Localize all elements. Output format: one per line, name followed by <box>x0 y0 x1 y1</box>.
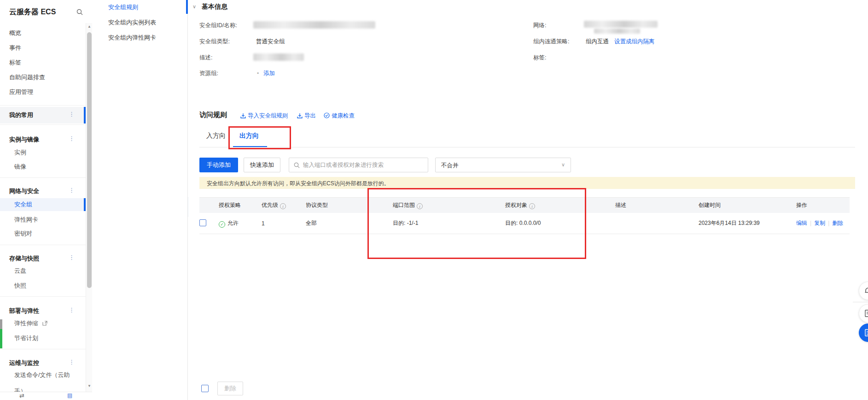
health-check-link[interactable]: 健康检查 <box>324 112 355 120</box>
intra-policy-label: 组内连通策略: <box>533 38 569 46</box>
primary-sidebar: 云服务器 ECS 概览 事件 标签 自助问题排查 应用管理 我的常用 ⋮ 实例与… <box>0 0 92 400</box>
collapse-sidebar-icon[interactable]: ⇄ <box>19 392 24 399</box>
sidebar-item-events[interactable]: 事件 <box>9 44 21 52</box>
sidebar-item-enis[interactable]: 弹性网卡 <box>14 216 38 224</box>
subnav-item-sg-rules[interactable]: 安全组规则 <box>108 3 138 12</box>
sidebar-section-instances[interactable]: 实例与镜像 ⋮ <box>0 134 86 146</box>
sidebar-section-deploy-elastic[interactable]: 部署与弹性 ⋮ <box>0 305 86 317</box>
col-priority: 优先级i <box>262 201 306 209</box>
health-check-label: 健康检查 <box>332 112 355 119</box>
kebab-icon[interactable]: ⋮ <box>69 254 75 261</box>
kebab-icon[interactable]: ⋮ <box>69 359 75 365</box>
sidebar-item-security-groups[interactable]: 安全组 <box>0 198 86 211</box>
section-label: 存储与快照 <box>9 254 39 263</box>
sidebar-section-ops-monitoring[interactable]: 运维与监控 ⋮ <box>0 357 86 369</box>
basic-info-title: 基本信息 <box>202 3 227 11</box>
sidebar-item-instances[interactable]: 实例 <box>14 148 26 157</box>
sidebar-section-favorites[interactable]: 我的常用 ⋮ <box>0 107 86 124</box>
allow-check-icon: ✓ <box>219 221 225 228</box>
divider <box>0 105 86 106</box>
divider <box>0 124 86 125</box>
clone-rule-link[interactable]: 复制 <box>814 220 825 226</box>
separator: | <box>810 220 811 226</box>
scroll-up-icon[interactable]: ▲ <box>87 24 92 29</box>
col-policy: 授权策略 <box>219 201 262 209</box>
sidebar-item-snapshots[interactable]: 快照 <box>14 282 26 290</box>
sidebar-item-disks[interactable]: 云盘 <box>14 267 26 275</box>
manual-add-button[interactable]: 手动添加 <box>199 158 238 172</box>
floating-separator <box>853 302 868 302</box>
sidebar-scrollbar[interactable]: ▲ ▼ <box>86 23 92 392</box>
subnav-item-sg-enis[interactable]: 安全组内弹性网卡 <box>108 34 156 42</box>
outbound-default-notice: 安全组出方向默认允许所有访问，即从安全组内ECS访问外部都是放行的。 <box>199 177 855 189</box>
subnav-active-indicator <box>186 0 188 14</box>
access-rules-title: 访问规则 <box>199 111 227 119</box>
info-icon[interactable]: i <box>417 203 423 209</box>
kebab-icon[interactable]: ⋮ <box>69 111 75 118</box>
set-isolation-link[interactable]: 设置成组内隔离 <box>614 38 655 46</box>
scrollbar-thumb[interactable] <box>87 32 92 288</box>
sidebar-item-overview[interactable]: 概览 <box>9 29 21 37</box>
sidebar-item-tags[interactable]: 标签 <box>9 59 21 67</box>
divider <box>0 296 86 297</box>
edit-rule-link[interactable]: 编辑 <box>796 220 807 226</box>
import-rules-link[interactable]: 导入安全组规则 <box>240 112 288 120</box>
chevron-down-icon[interactable]: ∨ <box>192 4 196 10</box>
col-created: 创建时间 <box>699 201 796 209</box>
resource-group-value: - <box>257 70 259 76</box>
description-label: 描述: <box>199 54 212 62</box>
kebab-icon[interactable]: ⋮ <box>69 187 75 194</box>
search-icon[interactable] <box>76 9 83 15</box>
section-label: 部署与弹性 <box>9 307 39 315</box>
delete-rule-link[interactable]: 删除 <box>832 220 843 226</box>
intra-policy-value: 组内互通 <box>586 38 609 46</box>
info-icon[interactable]: i <box>280 203 286 209</box>
rules-search-box <box>289 158 428 172</box>
export-rules-link[interactable]: 导出 <box>297 112 316 120</box>
sidebar-section-network-security[interactable]: 网络与安全 ⋮ <box>0 185 86 197</box>
rules-table-header: 授权策略 优先级i 协议类型 端口范围i 授权对象i 描述 创建时间 操作 <box>199 197 850 213</box>
tab-outbound[interactable]: 出方向 <box>239 132 259 140</box>
sidebar-item-savings-plan[interactable]: 节省计划 <box>14 334 38 342</box>
layout-panel-icon[interactable]: ▤ <box>67 392 72 399</box>
subnav-item-sg-instances[interactable]: 安全组内实例列表 <box>108 18 156 27</box>
export-label: 导出 <box>304 112 316 119</box>
cell-created: 2023年6月14日 13:29:39 <box>699 219 796 227</box>
tab-inbound[interactable]: 入方向 <box>206 132 226 140</box>
resource-group-label: 资源组: <box>199 70 218 77</box>
network-label: 网络: <box>533 22 546 29</box>
scroll-down-icon[interactable]: ▼ <box>87 384 92 388</box>
cell-actions: 编辑|复制|删除 <box>796 219 850 227</box>
sidebar-item-images[interactable]: 镜像 <box>14 163 26 171</box>
select-all-checkbox[interactable] <box>201 385 209 392</box>
sidebar-item-cloud-assistant[interactable]: 发送命令/文件（云助 <box>14 371 70 379</box>
kebab-icon[interactable]: ⋮ <box>69 135 75 142</box>
secondary-nav: 安全组规则 安全组内实例列表 安全组内弹性网卡 <box>92 0 188 400</box>
quick-add-button[interactable]: 快速添加 <box>244 158 280 172</box>
divider <box>0 177 86 178</box>
tabs-bottom-border <box>199 147 855 147</box>
notice-text: 安全组出方向默认允许所有访问，即从安全组内ECS访问外部都是放行的。 <box>207 180 390 188</box>
section-label: 我的常用 <box>9 111 33 119</box>
rules-search-input[interactable] <box>303 159 425 171</box>
section-label: 实例与镜像 <box>9 135 39 144</box>
sidebar-item-app-mgmt[interactable]: 应用管理 <box>9 88 33 96</box>
sidebar-item-auto-scaling[interactable]: 弹性伸缩 <box>14 319 47 328</box>
sidebar-item-keypairs[interactable]: 密钥对 <box>14 229 32 238</box>
batch-delete-button[interactable]: 删除 <box>217 382 243 395</box>
bell-icon <box>863 286 868 297</box>
sg-id-redacted-value <box>253 21 375 29</box>
row-checkbox[interactable] <box>199 219 206 226</box>
sidebar-item-troubleshoot[interactable]: 自助问题排查 <box>9 73 45 82</box>
sidebar-section-storage[interactable]: 存储与快照 ⋮ <box>0 253 86 265</box>
kebab-icon[interactable]: ⋮ <box>69 306 75 313</box>
merge-select[interactable]: 不合并 ∨ <box>435 158 571 172</box>
add-resource-group-link[interactable]: 添加 <box>263 70 275 77</box>
cell-port-range: 目的: -1/-1 <box>393 219 505 227</box>
col-protocol: 协议类型 <box>306 201 393 209</box>
col-description: 描述 <box>615 201 699 209</box>
document-icon <box>863 309 868 320</box>
external-link-icon <box>42 320 47 327</box>
info-icon[interactable]: i <box>529 203 535 209</box>
col-target: 授权对象i <box>505 201 615 209</box>
